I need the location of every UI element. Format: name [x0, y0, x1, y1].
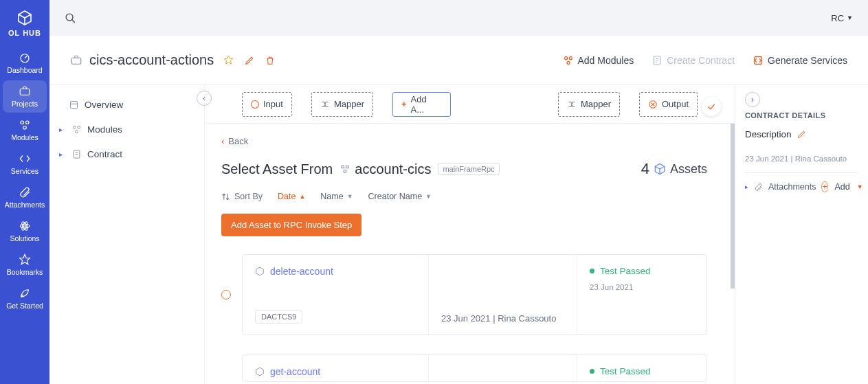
modules-icon [19, 119, 31, 131]
flow-add-action[interactable]: + Add A... [392, 92, 451, 117]
flow-input-label: Input [263, 99, 283, 109]
sort-by-label: Sort By [221, 192, 263, 201]
contract-icon [71, 149, 82, 159]
logo [16, 10, 33, 26]
code-icon [19, 153, 31, 165]
sidebar-item-label: Attachments [5, 201, 45, 209]
expand-attachments-icon[interactable]: ▸ [745, 183, 748, 190]
add-attachment-button[interactable]: + [821, 181, 827, 192]
search-icon[interactable] [65, 12, 76, 24]
briefcase-icon [19, 85, 31, 98]
assets-count: 4 [641, 160, 649, 178]
mapper-icon [567, 100, 577, 109]
asset-radio[interactable] [221, 290, 231, 300]
nav-modules-label: Modules [87, 124, 122, 135]
project-header: cics-account-actions Add Modules Create … [49, 36, 868, 85]
expand-icon[interactable]: ▸ [59, 126, 69, 133]
user-initials: RC [831, 13, 844, 23]
caret-up-icon: ▲ [299, 193, 305, 200]
back-link[interactable]: ‹ Back [221, 136, 248, 146]
sidebar-item-modules[interactable]: Modules [3, 114, 47, 146]
flow-mapper-label: Mapper [581, 99, 611, 109]
caret-down-icon: ▼ [425, 193, 432, 200]
flow-input[interactable]: Input [242, 92, 292, 117]
svg-point-2 [21, 121, 24, 124]
plus-icon: + [401, 99, 407, 109]
delete-button[interactable] [265, 56, 275, 65]
content-area: ‹ Back Select Asset From account-cics ma… [205, 124, 735, 384]
sidebar-item-label: Modules [11, 133, 38, 142]
sort-date[interactable]: Date▲ [278, 192, 305, 201]
favorite-button[interactable] [223, 55, 234, 65]
asset-date-creator: 23 Jun 2021 | Rina Cassouto [441, 313, 564, 324]
user-menu[interactable]: RC ▼ [831, 13, 853, 23]
nav-modules[interactable]: ▸ Modules [49, 117, 204, 142]
sort-name[interactable]: Name▼ [320, 192, 353, 201]
sidebar-item-label: Bookmarks [7, 268, 43, 276]
sidebar-item-getstarted[interactable]: Get Started [3, 282, 47, 315]
modules-icon [71, 124, 82, 135]
overview-icon [69, 100, 79, 110]
x-circle-icon [648, 100, 658, 109]
svg-point-24 [344, 170, 346, 172]
add-modules-button[interactable]: Add Modules [563, 55, 634, 66]
asset-card[interactable]: get-account Test Passed [242, 354, 707, 382]
right-pane: › CONTRACT DETAILS Description 23 Jun 20… [735, 85, 868, 384]
status-dot-icon [590, 369, 594, 374]
briefcase-icon [70, 54, 82, 67]
rocket-icon [19, 287, 31, 300]
asset-card[interactable]: delete-account DACTCS9 23 Jun 2021 | Rin… [242, 254, 707, 335]
edit-description-button[interactable] [797, 130, 806, 139]
flow-mapper-1[interactable]: Mapper [311, 92, 373, 117]
expand-icon[interactable]: ▸ [59, 150, 69, 158]
create-contract-button[interactable]: Create Contract [652, 55, 735, 66]
svg-point-18 [78, 126, 80, 128]
nav-contract-label: Contract [87, 149, 122, 159]
svg-point-4 [23, 126, 27, 130]
sidebar-item-attachments[interactable]: Attachments [3, 181, 47, 214]
mapper-icon [320, 100, 330, 109]
svg-rect-15 [755, 56, 762, 64]
gauge-icon [19, 52, 31, 64]
sidebar-item-label: Projects [12, 100, 38, 108]
asset-header: Select Asset From account-cics mainFrame… [221, 160, 707, 178]
asset-test-date: 23 Jun 2021 [590, 283, 694, 291]
main-column: RC ▼ cics-account-actions Add Modules [49, 0, 868, 384]
svg-point-5 [24, 225, 26, 227]
svg-rect-10 [71, 58, 81, 64]
sidebar-item-solutions[interactable]: Solutions [3, 215, 47, 247]
sort-creator[interactable]: Creator Name▼ [368, 192, 432, 201]
expand-rightpane-button[interactable]: › [745, 92, 760, 107]
chevron-left-icon: ‹ [221, 136, 224, 146]
generate-services-label: Generate Services [768, 55, 847, 66]
assets-label-chip: Assets [654, 162, 707, 177]
flow-output[interactable]: Output [639, 92, 698, 117]
add-caret-icon[interactable]: ▼ [857, 183, 863, 190]
sidebar-item-services[interactable]: Services [3, 148, 47, 180]
svg-point-13 [567, 61, 570, 64]
status-dot-icon [590, 269, 594, 273]
paperclip-icon [754, 183, 763, 192]
collapse-leftnav-button[interactable]: ‹ [197, 91, 212, 106]
contract-meta: 23 Jun 2021 | Rina Cassouto [745, 155, 858, 173]
svg-point-12 [569, 56, 572, 59]
asset-test-status: Test Passed [590, 266, 694, 276]
cube-icon [654, 163, 666, 175]
topbar: RC ▼ [49, 0, 868, 36]
flow-mapper-2[interactable]: Mapper [558, 92, 620, 117]
sidebar-item-dashboard[interactable]: Dashboard [3, 47, 47, 79]
svg-point-23 [346, 166, 349, 168]
sidebar-item-bookmarks[interactable]: Bookmarks [3, 249, 47, 281]
star-icon [19, 253, 31, 266]
add-asset-button[interactable]: Add Asset to RPC Invoke Step [221, 214, 361, 236]
edit-button[interactable] [245, 56, 254, 65]
nav-contract[interactable]: ▸ Contract [49, 142, 204, 166]
generate-services-button[interactable]: Generate Services [753, 55, 847, 66]
sidebar-item-projects[interactable]: Projects [3, 80, 47, 113]
contract-details-title: CONTRACT DETAILS [745, 111, 858, 120]
nav-overview[interactable]: Overview [49, 92, 204, 117]
asset-row: get-account Test Passed [221, 354, 707, 382]
flow-confirm-button[interactable] [702, 97, 721, 116]
left-nav: ‹ Overview ▸ Modules ▸ Contract [49, 85, 205, 384]
body: ‹ Overview ▸ Modules ▸ Contract Input [49, 85, 868, 384]
